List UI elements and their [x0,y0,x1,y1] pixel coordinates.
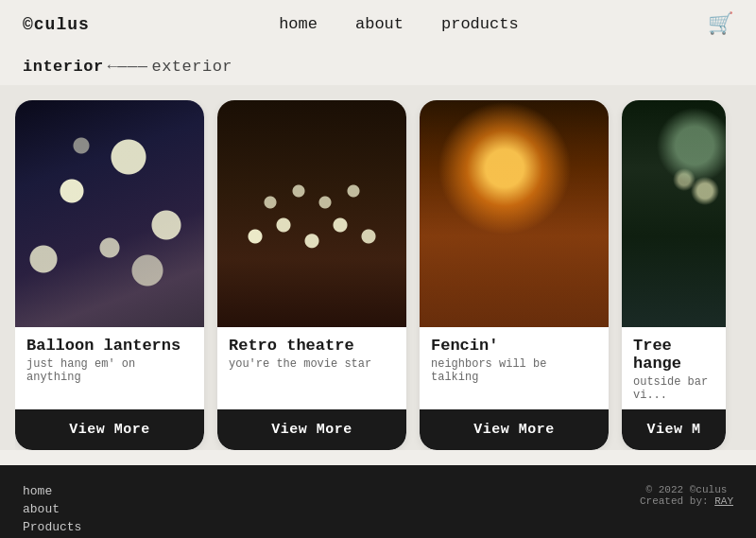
product-title-balloon: Balloon lanterns [26,337,193,355]
view-more-treehang[interactable]: View M [622,409,726,450]
product-card-treehang: Tree hange outside bar vi... View M [622,100,726,450]
product-info-balloon: Balloon lanterns just hang em' on anythi… [15,327,204,409]
filter-bar: interior ←——— exterior [0,48,756,85]
header: ©culus home about products 🛒 [0,0,756,48]
product-card-fencing: Fencin' neighbors will be talking View M… [420,100,609,450]
footer-link-home[interactable]: home [23,484,81,498]
footer-right: © 2022 ©culus Created by: RAY [640,484,733,507]
nav-products[interactable]: products [441,15,519,33]
product-image-fencing [420,100,609,327]
filter-exterior[interactable]: exterior [151,58,232,76]
product-subtitle-balloon: just hang em' on anything [26,357,193,384]
view-more-fencing[interactable]: View More [420,409,609,450]
view-more-balloon[interactable]: View More [15,409,204,450]
footer-creator-link[interactable]: RAY [714,495,733,507]
product-card-balloon: Balloon lanterns just hang em' on anythi… [15,100,204,450]
product-grid: Balloon lanterns just hang em' on anythi… [15,100,741,450]
cart-icon[interactable]: 🛒 [708,11,733,37]
product-subtitle-fencing: neighbors will be talking [431,357,597,384]
main-nav: home about products [279,15,518,33]
product-info-retro: Retro theatre you're the movie star [217,327,406,409]
footer-link-products[interactable]: Products [23,520,81,534]
footer-links: home about Products [23,484,81,534]
footer-link-about[interactable]: about [23,502,81,516]
product-image-balloon [15,100,204,327]
view-more-retro[interactable]: View More [217,409,406,450]
filter-interior[interactable]: interior [23,58,104,76]
product-info-fencing: Fencin' neighbors will be talking [420,327,609,409]
footer-created-by: Created by: RAY [640,495,733,507]
product-image-treehang [622,100,726,327]
footer: home about Products © 2022 ©culus Create… [0,465,756,538]
footer-copyright: © 2022 ©culus [640,484,733,495]
nav-about[interactable]: about [355,15,404,33]
logo: ©culus [23,15,90,34]
product-card-retro: Retro theatre you're the movie star View… [217,100,406,450]
product-info-treehang: Tree hange outside bar vi... [622,327,726,409]
product-title-fencing: Fencin' [431,337,597,355]
filter-arrow: ←——— [108,58,148,76]
product-title-retro: Retro theatre [229,337,395,355]
product-subtitle-retro: you're the movie star [229,357,395,371]
product-image-retro [217,100,406,327]
nav-home[interactable]: home [279,15,318,33]
product-title-treehang: Tree hange [633,337,714,373]
product-subtitle-treehang: outside bar vi... [633,375,714,402]
product-section: Balloon lanterns just hang em' on anythi… [0,85,756,450]
